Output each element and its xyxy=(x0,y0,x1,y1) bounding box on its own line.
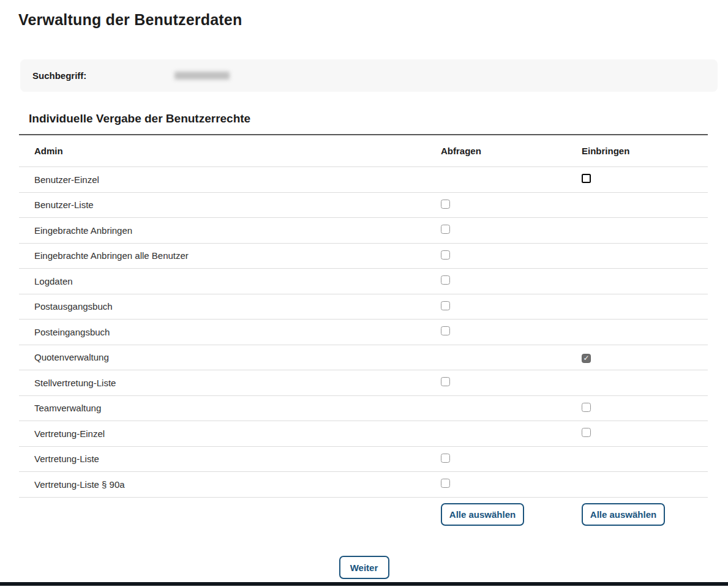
abfragen-checkbox[interactable] xyxy=(441,275,450,285)
user-data-admin-page: Verwaltung der Benutzerdaten Suchbegriff… xyxy=(0,0,728,587)
column-header-admin: Admin xyxy=(19,146,441,156)
einbringen-checkbox[interactable]: ✓ xyxy=(582,354,591,363)
table-row: Benutzer-Liste xyxy=(19,193,708,219)
abfragen-checkbox[interactable] xyxy=(441,301,450,310)
abfragen-checkbox[interactable] xyxy=(441,454,450,463)
column-header-einbringen: Einbringen xyxy=(582,146,708,156)
abfragen-checkbox[interactable] xyxy=(441,479,450,488)
right-name: Logdaten xyxy=(19,276,441,286)
table-row: Benutzer-Einzel xyxy=(19,167,708,193)
table-row: Posteingangsbuch xyxy=(19,320,708,345)
rights-table-body: Benutzer-Einzel Benutzer-Liste Eingebrac… xyxy=(19,167,708,498)
table-row: Postausgangsbuch xyxy=(19,294,708,320)
abfragen-checkbox[interactable] xyxy=(441,326,450,335)
right-name: Vertretung-Einzel xyxy=(19,428,441,439)
select-all-einbringen-button[interactable]: Alle auswählen xyxy=(582,503,665,526)
abfragen-checkbox[interactable] xyxy=(441,200,450,209)
abfragen-checkbox[interactable] xyxy=(441,225,450,234)
search-term-label: Suchbegriff: xyxy=(32,70,155,81)
footer-bar xyxy=(0,582,728,586)
table-row: Logdaten xyxy=(19,269,708,294)
abfragen-checkbox[interactable] xyxy=(441,250,450,260)
right-name: Eingebrachte Anbringen alle Benutzer xyxy=(19,250,441,261)
search-term-panel: Suchbegriff: xyxy=(20,59,718,92)
einbringen-checkbox[interactable] xyxy=(582,403,591,412)
einbringen-checkbox[interactable] xyxy=(582,428,591,437)
page-title: Verwaltung der Benutzerdaten xyxy=(18,11,242,29)
right-name: Eingebrachte Anbringen xyxy=(19,225,441,236)
abfragen-checkbox[interactable] xyxy=(441,377,450,386)
right-name: Vertretung-Liste xyxy=(19,454,441,464)
right-name: Teamverwaltung xyxy=(19,403,441,413)
select-all-abfragen-button[interactable]: Alle auswählen xyxy=(441,503,524,526)
user-rights-section: Individuelle Vergabe der Benutzerrechte … xyxy=(19,112,708,526)
table-row: Vertretung-Einzel xyxy=(19,421,708,447)
table-row: Eingebrachte Anbringen xyxy=(19,218,708,244)
select-all-row: Alle auswählen Alle auswählen xyxy=(19,503,708,526)
column-header-abfragen: Abfragen xyxy=(441,146,582,156)
right-name: Stellvertretung-Liste xyxy=(19,378,441,388)
right-name: Vertretung-Liste § 90a xyxy=(19,479,441,490)
rights-section-heading: Individuelle Vergabe der Benutzerrechte xyxy=(19,112,708,135)
rights-table-header: Admin Abfragen Einbringen xyxy=(19,135,708,167)
weiter-button[interactable]: Weiter xyxy=(339,556,389,579)
table-row: Vertretung-Liste xyxy=(19,447,708,473)
right-name: Quotenverwaltung xyxy=(19,352,441,362)
right-name: Benutzer-Einzel xyxy=(19,174,441,185)
right-name: Posteingangsbuch xyxy=(19,327,441,337)
table-row: Teamverwaltung xyxy=(19,396,708,422)
search-term-value-redacted xyxy=(174,72,230,80)
einbringen-checkbox[interactable] xyxy=(582,174,591,183)
table-row: Vertretung-Liste § 90a xyxy=(19,472,708,498)
right-name: Benutzer-Liste xyxy=(19,200,441,210)
table-row: Quotenverwaltung ✓ xyxy=(19,345,708,371)
table-row: Eingebrachte Anbringen alle Benutzer xyxy=(19,244,708,269)
right-name: Postausgangsbuch xyxy=(19,301,441,312)
weiter-button-row: Weiter xyxy=(0,556,728,579)
table-row: Stellvertretung-Liste xyxy=(19,370,708,396)
